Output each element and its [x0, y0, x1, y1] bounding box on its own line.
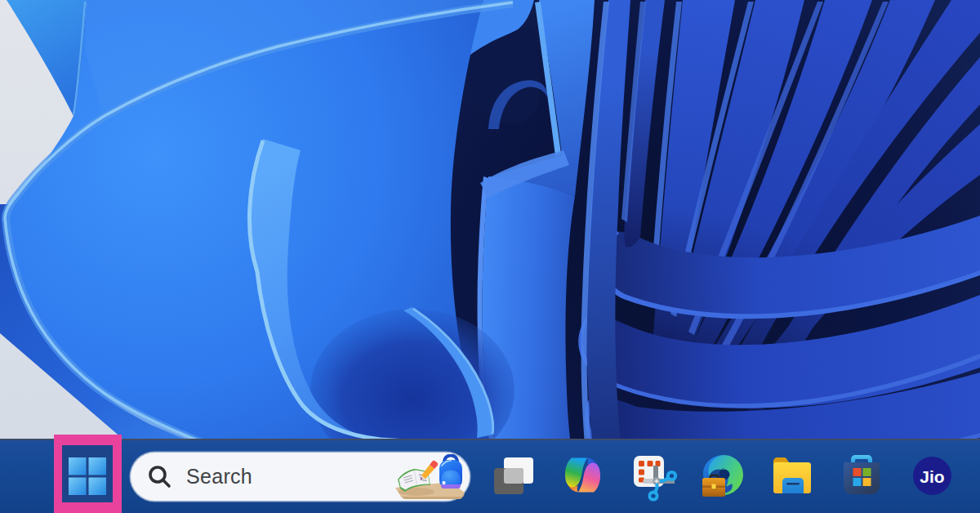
- svg-text:Jio: Jio: [920, 467, 944, 486]
